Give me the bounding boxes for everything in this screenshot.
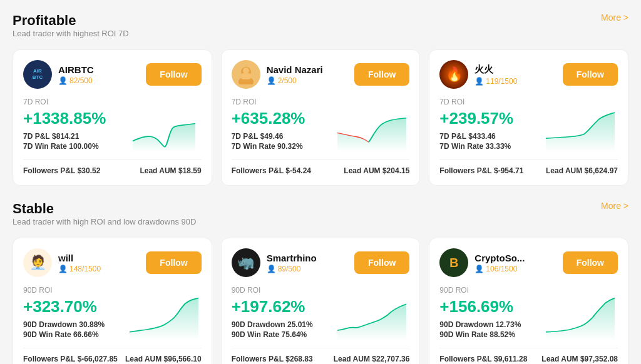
pnl-navid: 7D P&L $49.46 bbox=[232, 132, 329, 141]
avatar-will: 🧑‍💼 bbox=[23, 248, 52, 277]
trader-name-navid: Navid Nazari bbox=[267, 64, 323, 75]
follow-btn-smartrhino[interactable]: Follow bbox=[354, 251, 409, 274]
drawdown-will: 90D Drawdown 30.88% bbox=[23, 320, 120, 329]
trader-name-huohuo: 火火 bbox=[474, 64, 517, 76]
chart-cryptoso bbox=[543, 286, 618, 340]
followers-pnl-label-huohuo: Followers P&L bbox=[439, 166, 491, 175]
lead-aum-label-smartrhino: Lead AUM bbox=[334, 355, 370, 363]
follow-btn-navid[interactable]: Follow bbox=[354, 63, 409, 86]
followers-pnl-label-smartrhino: Followers P&L bbox=[232, 355, 284, 363]
follow-btn-cryptoso[interactable]: Follow bbox=[563, 251, 618, 274]
roi-label-cryptoso: 90D ROI bbox=[439, 286, 536, 295]
trader-card-huohuo: 🔥 火火 👤 119/1500 Follow 7D ROI +239.57% bbox=[429, 49, 628, 186]
roi-value-navid: +635.28% bbox=[232, 109, 329, 128]
svg-rect-3 bbox=[241, 73, 251, 79]
follow-btn-huohuo[interactable]: Follow bbox=[563, 63, 618, 86]
chart-smartrhino bbox=[334, 286, 409, 340]
profitable-more-link[interactable]: More > bbox=[601, 13, 628, 23]
followers-pnl-label-will: Followers P&L bbox=[23, 355, 75, 363]
trader-name-cryptoso: CryptoSo... bbox=[474, 253, 525, 263]
trader-card-smartrhino: 🦏 Smartrhino 👤 89/500 Follow 90D ROI +19… bbox=[221, 238, 421, 364]
winrate-cryptoso: 90D Win Rate 88.52% bbox=[439, 330, 536, 339]
lead-aum-label-cryptoso: Lead AUM bbox=[541, 355, 578, 363]
winrate-airbtc: 7D Win Rate 100.00% bbox=[23, 142, 120, 151]
followers-pnl-label-cryptoso: Followers P&L bbox=[439, 355, 491, 363]
card-bottom-navid: Followers P&L $-54.24 Lead AUM $204.15 bbox=[232, 159, 410, 175]
roi-value-will: +323.70% bbox=[23, 297, 120, 316]
trader-followers-cryptoso: 👤 106/1500 bbox=[474, 265, 525, 273]
winrate-huohuo: 7D Win Rate 33.33% bbox=[439, 142, 536, 151]
stable-section: Stable Lead trader with high ROI and low… bbox=[13, 201, 628, 364]
winrate-navid: 7D Win Rate 90.32% bbox=[232, 142, 329, 151]
roi-label-airbtc: 7D ROI bbox=[23, 98, 120, 106]
avatar-airbtc: AIRBTC bbox=[23, 60, 52, 89]
trader-name-smartrhino: Smartrhino bbox=[267, 253, 317, 263]
profitable-subtitle: Lead trader with highest ROI 7D bbox=[13, 29, 129, 38]
stable-more-link[interactable]: More > bbox=[601, 201, 628, 211]
trader-name-airbtc: AIRBTC bbox=[58, 64, 94, 75]
roi-label-navid: 7D ROI bbox=[232, 98, 329, 106]
lead-aum-label-huohuo: Lead AUM bbox=[546, 166, 582, 175]
pnl-airbtc: 7D P&L $814.21 bbox=[23, 132, 120, 141]
drawdown-cryptoso: 90D Drawdown 12.73% bbox=[439, 320, 536, 329]
trader-followers-airbtc: 👤 82/500 bbox=[58, 76, 94, 85]
trader-name-will: will bbox=[58, 253, 101, 263]
avatar-navid bbox=[232, 60, 260, 89]
trader-card-cryptoso: B CryptoSo... 👤 106/1500 Follow 90D ROI … bbox=[429, 238, 628, 364]
chart-huohuo bbox=[543, 98, 618, 152]
followers-pnl-label-navid: Followers P&L bbox=[232, 166, 284, 175]
svg-point-2 bbox=[243, 68, 249, 74]
stable-title: Stable bbox=[13, 201, 196, 217]
trader-card-will: 🧑‍💼 will 👤 148/1500 Follow 90D ROI +323.… bbox=[13, 238, 212, 364]
lead-aum-label-will: Lead AUM bbox=[125, 355, 162, 363]
avatar-cryptoso: B bbox=[439, 248, 468, 277]
trader-followers-smartrhino: 👤 89/500 bbox=[267, 265, 317, 273]
trader-followers-huohuo: 👤 119/1500 bbox=[474, 77, 517, 86]
stable-cards: 🧑‍💼 will 👤 148/1500 Follow 90D ROI +323.… bbox=[13, 238, 628, 364]
trader-card-navid: Navid Nazari 👤 2/500 Follow 7D ROI +635.… bbox=[221, 49, 421, 186]
card-bottom-will: Followers P&L $-66,027.85 Lead AUM $96,5… bbox=[23, 348, 202, 363]
follow-btn-airbtc[interactable]: Follow bbox=[146, 63, 201, 86]
trader-card-airbtc: AIRBTC AIRBTC 👤 82/500 Follow 7D ROI +13 bbox=[13, 49, 212, 186]
roi-value-huohuo: +239.57% bbox=[439, 109, 536, 128]
roi-value-smartrhino: +197.62% bbox=[232, 297, 329, 316]
avatar-smartrhino: 🦏 bbox=[232, 248, 260, 277]
roi-value-cryptoso: +156.69% bbox=[439, 297, 536, 316]
card-bottom-cryptoso: Followers P&L $9,611.28 Lead AUM $97,352… bbox=[439, 348, 618, 363]
pnl-huohuo: 7D P&L $433.46 bbox=[439, 132, 536, 141]
chart-airbtc bbox=[126, 98, 202, 152]
drawdown-smartrhino: 90D Drawdown 25.01% bbox=[232, 320, 329, 329]
trader-followers-navid: 👤 2/500 bbox=[267, 76, 323, 85]
lead-aum-label-airbtc: Lead AUM bbox=[140, 166, 176, 175]
chart-will bbox=[126, 286, 202, 340]
lead-aum-label-navid: Lead AUM bbox=[344, 166, 380, 175]
trader-followers-will: 👤 148/1500 bbox=[58, 265, 101, 273]
winrate-smartrhino: 90D Win Rate 75.64% bbox=[232, 330, 329, 339]
avatar-huohuo: 🔥 bbox=[439, 60, 468, 89]
card-bottom-airbtc: Followers P&L $30.52 Lead AUM $18.59 bbox=[23, 159, 202, 175]
roi-label-smartrhino: 90D ROI bbox=[232, 286, 329, 295]
winrate-will: 90D Win Rate 66.66% bbox=[23, 330, 120, 339]
profitable-cards: AIRBTC AIRBTC 👤 82/500 Follow 7D ROI +13 bbox=[13, 49, 628, 186]
chart-navid bbox=[334, 98, 409, 152]
stable-subtitle: Lead trader with high ROI and low drawdo… bbox=[13, 217, 196, 226]
followers-pnl-label-airbtc: Followers P&L bbox=[23, 166, 75, 175]
profitable-title: Profitable bbox=[13, 13, 129, 29]
roi-value-airbtc: +1338.85% bbox=[23, 109, 120, 128]
card-bottom-huohuo: Followers P&L $-954.71 Lead AUM $6,624.9… bbox=[439, 159, 618, 175]
profitable-section: Profitable Lead trader with highest ROI … bbox=[13, 13, 628, 186]
roi-label-huohuo: 7D ROI bbox=[439, 98, 536, 106]
card-bottom-smartrhino: Followers P&L $268.83 Lead AUM $22,707.3… bbox=[232, 348, 410, 363]
roi-label-will: 90D ROI bbox=[23, 286, 120, 295]
follow-btn-will[interactable]: Follow bbox=[146, 251, 201, 274]
